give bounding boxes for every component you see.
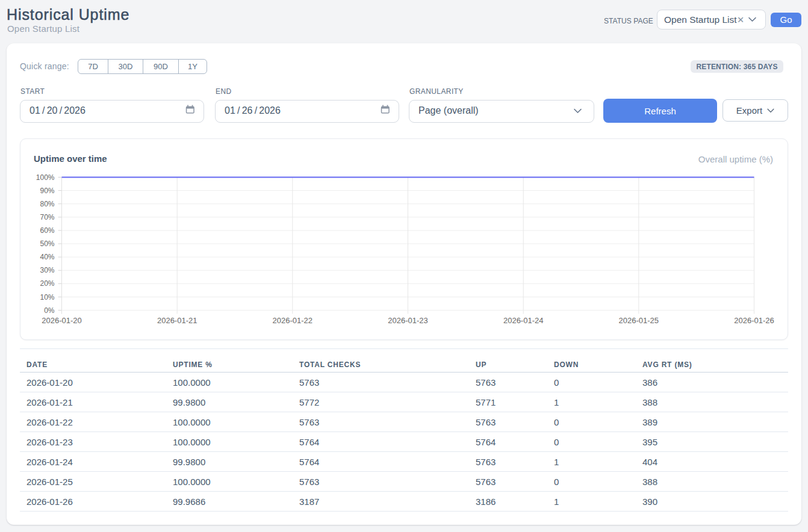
svg-text:0%: 0% (44, 306, 55, 315)
svg-text:30%: 30% (40, 266, 54, 274)
svg-text:2026-01-26: 2026-01-26 (734, 316, 774, 325)
svg-text:40%: 40% (40, 253, 54, 261)
svg-text:2026-01-23: 2026-01-23 (388, 316, 428, 325)
svg-text:70%: 70% (40, 213, 54, 221)
svg-text:20%: 20% (40, 279, 54, 288)
svg-text:50%: 50% (40, 240, 54, 248)
svg-text:100%: 100% (36, 173, 55, 182)
svg-text:10%: 10% (40, 293, 54, 302)
svg-text:2026-01-24: 2026-01-24 (503, 316, 544, 325)
svg-text:80%: 80% (40, 200, 54, 208)
svg-text:2026-01-25: 2026-01-25 (619, 316, 659, 325)
svg-text:2026-01-21: 2026-01-21 (157, 316, 197, 325)
svg-text:2026-01-22: 2026-01-22 (273, 316, 313, 325)
svg-text:2026-01-20: 2026-01-20 (42, 316, 82, 325)
svg-text:90%: 90% (40, 187, 54, 195)
svg-text:60%: 60% (40, 226, 54, 235)
